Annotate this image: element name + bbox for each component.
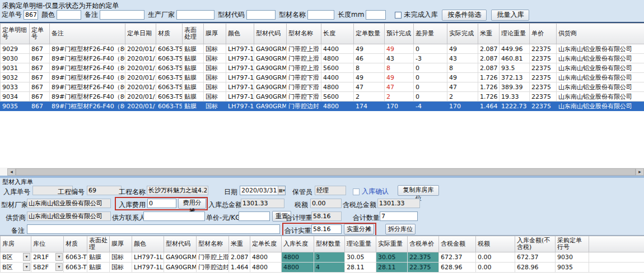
total-with-tax-field[interactable] [377,199,420,208]
combo-arrow-icon[interactable]: ▾ [23,263,30,271]
date-picker[interactable]: 2020/03/31 ▦▾ [240,186,286,195]
cell: 国标 [204,92,226,102]
column-header[interactable]: 膜厚 [110,236,132,252]
column-header[interactable]: 材质 [64,236,87,252]
column-header[interactable]: 定单数量 [354,24,385,44]
column-header[interactable]: 颜色 [226,24,254,44]
project-name-field[interactable] [147,186,208,195]
column-header[interactable]: 差异量 [414,24,447,44]
confirm-checkbox[interactable]: 入库确认 [353,187,389,196]
cell: 9034 [1,92,30,102]
cell: 国标 [204,54,226,63]
table-row[interactable]: 902986789#门框型材F26-F40（866+867）2020/01/13… [1,44,644,54]
project-no-field[interactable] [87,186,122,195]
column-header[interactable]: 定单号 [30,24,50,44]
copy-warehouse-location-button[interactable]: 复制库房库位 [398,185,439,196]
column-header[interactable]: 理论重量 [500,24,530,44]
horizontal-scrollbar[interactable]: ◂ ▸ [0,168,644,176]
total-amount-field[interactable] [241,199,284,208]
filter-by-condition-button[interactable]: 按条件筛选 [442,10,487,21]
total-actual-weight-field[interactable] [311,224,342,234]
column-header[interactable]: 膜厚 [204,24,226,44]
cell: 国标 [204,102,226,111]
column-header[interactable]: 米重 [478,24,500,44]
cell: 山东南山铝业股份有限公司 [557,82,644,92]
column-header[interactable]: 入库金额(不含税) [515,236,556,252]
combo-arrow-icon[interactable]: ▾ [23,253,30,261]
column-header[interactable]: 税额 [476,236,515,252]
table-row[interactable]: B区▾5B2F▾6063-T5贴膜国标LH797-1LL0GA90GRM05门带… [1,263,644,273]
keeper-field[interactable] [315,186,346,195]
factory-field[interactable] [27,199,111,208]
actual-weight-apportion-button[interactable]: 实重分摊 [344,224,374,234]
combo-arrow-icon[interactable]: ▾ [55,253,63,261]
length-input[interactable] [366,10,386,20]
color-input[interactable] [57,10,81,20]
fee-apportion-button[interactable]: 费用分摊 [178,198,206,209]
column-header[interactable]: 长度 [321,24,354,44]
column-header[interactable]: 含税单价 [408,236,439,252]
column-header[interactable]: 含税金额 [439,236,476,252]
table-row[interactable]: 903086789#门框型材F26-F40（866+867）2020/01/13… [1,54,644,63]
column-header[interactable]: 型材名称 [197,236,229,252]
table-row[interactable]: 903186789#门框型材F26-F40（866+867）2020/01/13… [1,63,644,73]
column-header[interactable]: 型材代码 [254,24,287,44]
combo-arrow-icon[interactable]: ▾ [55,263,63,271]
unfinished-checkbox[interactable]: 未完成入库 [395,10,437,20]
profile-code-input[interactable] [246,10,276,20]
column-header[interactable]: 单价 [530,24,557,44]
column-header[interactable] [589,236,644,252]
column-header[interactable]: 实际完成 [447,24,478,44]
column-header[interactable]: 库房 [1,236,31,252]
column-header[interactable]: 定单日期 [125,24,156,44]
column-header[interactable]: 表面处理 [183,24,204,44]
calendar-icon[interactable]: ▦▾ [278,186,285,195]
column-header[interactable]: 型材数量 [314,236,345,252]
fee-field[interactable] [147,199,176,208]
header-row: 库房库位材质表面处理膜厚颜色型材代码型材名称米重定单长度入库长度型材数量理论重量… [1,236,644,252]
table-row[interactable]: 903386789#门框型材F26-F40（866+867）2020/01/13… [1,82,644,92]
split-location-button[interactable]: 拆分库位 [385,224,416,234]
unit-price-field[interactable] [239,211,270,221]
manufacturer-input[interactable] [176,10,214,20]
order-no-input[interactable] [24,10,38,20]
column-header[interactable]: 颜色 [132,236,164,252]
scroll-left-arrow-icon[interactable]: ◂ [7,168,16,176]
supplier-contact-field[interactable] [143,211,205,221]
cell: 30.05 [376,252,408,263]
cell: 867 [30,73,50,82]
column-header[interactable]: 型材代码 [164,236,197,252]
scrollbar-thumb[interactable] [16,168,636,176]
remark-field[interactable] [27,224,280,234]
total-theory-weight-field[interactable] [311,211,342,221]
column-header[interactable]: 库位 [31,236,64,252]
scroll-right-arrow-icon[interactable]: ▸ [636,168,644,176]
column-header[interactable]: 实际重量 [376,236,408,252]
table-row[interactable]: B区▾2R1F▾6063-T5贴膜国标LH797-1LL0GA90GRM03门带… [1,252,644,263]
column-header[interactable]: 入库长度 [282,236,314,252]
column-header[interactable]: 理论重量 [345,236,376,252]
cell: 0 [414,44,447,54]
tax-field[interactable] [310,199,342,208]
remark-input[interactable] [100,10,144,20]
column-header[interactable]: 预计完成 [385,24,414,44]
table-row[interactable]: 903486789#门框型材F26-F40（866+867）2020/01/13… [1,92,644,102]
column-header[interactable]: 采购定单行号 [556,236,589,252]
column-header[interactable]: 表面处理 [87,236,110,252]
table-row[interactable]: 903286789#门框型材F26-F40（866+867）2020/01/13… [1,73,644,82]
column-header[interactable]: 定单长度 [250,236,282,252]
order-no-label: 定单号 [2,10,22,20]
cell: 628.96 [439,263,476,273]
batch-receipt-button[interactable]: 批量入库 [491,10,529,21]
column-header[interactable]: 型材名称 [287,24,321,44]
total-qty-field[interactable] [380,211,418,221]
column-header[interactable]: 材质 [156,24,183,44]
cell: 89#门框型材F26-F40（866+867） [50,82,125,92]
column-header[interactable]: 定单明细号 [1,24,30,44]
supplier-field[interactable] [27,211,111,221]
column-header[interactable]: 米重 [229,236,250,252]
table-row[interactable]: 903586789#门框型材F26-F40（866+867）2020/01/13… [1,102,644,111]
profile-name-input[interactable] [307,10,334,20]
column-header[interactable]: 备注 [50,24,125,44]
column-header[interactable]: 供货商 [557,24,644,44]
